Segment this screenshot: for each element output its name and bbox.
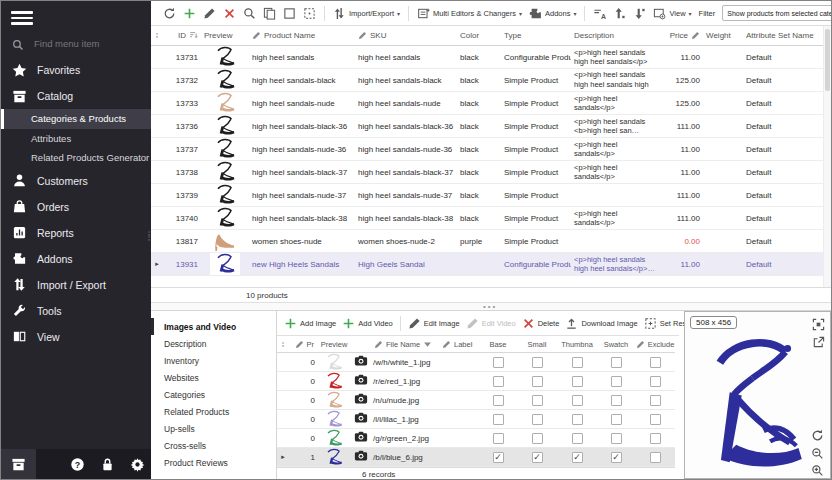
checkbox-exclude[interactable] xyxy=(650,452,661,463)
tab-websites[interactable]: Websites xyxy=(151,369,276,386)
column-header-id[interactable]: ID xyxy=(163,31,201,40)
footer-store-button[interactable] xyxy=(1,449,36,479)
tab-description[interactable]: Description xyxy=(151,335,276,352)
column-header-product-name[interactable]: Product Name xyxy=(249,31,355,40)
sort-alpha-icon[interactable]: A xyxy=(593,7,606,20)
column-header-thumbna[interactable]: Thumbna xyxy=(557,340,597,349)
table-row[interactable]: 13736high heel sandals-black-36high heel… xyxy=(151,115,823,138)
column-header-exclude[interactable]: Exclude xyxy=(635,340,675,349)
checkbox-exclude[interactable] xyxy=(650,414,661,425)
column-header-description[interactable]: Description xyxy=(571,31,659,40)
checkbox-thumbnail[interactable] xyxy=(572,433,583,444)
checkbox-swatch[interactable]: ✓ xyxy=(611,452,622,463)
edit-image-button[interactable]: Edit Image xyxy=(408,317,460,330)
row-expander[interactable]: ▸ xyxy=(151,260,163,268)
image-row[interactable]: 0/g/r/green_2.jpg xyxy=(277,429,675,448)
table-row[interactable]: 13732high heel sandals-blackhigh heel sa… xyxy=(151,69,823,92)
column-header-file-name[interactable]: File Name xyxy=(371,340,439,349)
zoom-in-icon[interactable] xyxy=(811,463,824,476)
search-products-icon[interactable] xyxy=(243,7,256,20)
image-row[interactable]: ▸1/b/l/blue_6.jpg✓✓✓✓ xyxy=(277,448,675,467)
sidebar-item-import-export[interactable]: Import / Export xyxy=(1,272,151,298)
checkbox-swatch[interactable] xyxy=(611,357,622,368)
sidebar-item-customers[interactable]: Customers xyxy=(1,168,151,194)
sidebar-subitem-categories-products[interactable]: Categories & Products xyxy=(1,109,151,129)
vertical-scrollbar[interactable] xyxy=(823,26,831,288)
checkbox-small[interactable] xyxy=(532,357,543,368)
column-header-color[interactable]: Color xyxy=(457,31,501,40)
row-expander[interactable]: ▸ xyxy=(277,453,289,461)
table-row[interactable]: 13731high heel sandalshigh heel sandalsb… xyxy=(151,46,823,69)
table-row[interactable]: 13737high heel sandals-nude-36high heel … xyxy=(151,138,823,161)
import-export-button[interactable]: Import/Export ▾ xyxy=(333,7,400,20)
column-header-type[interactable]: Type xyxy=(501,31,571,40)
move-up-icon[interactable] xyxy=(613,7,626,20)
tab-cross-sells[interactable]: Cross-sells xyxy=(151,437,276,454)
checkbox-small[interactable] xyxy=(532,433,543,444)
add-product-icon[interactable] xyxy=(183,7,196,20)
column-header-price[interactable]: Price xyxy=(659,31,703,40)
scrollbar-thumb[interactable] xyxy=(825,29,830,91)
add-image-button[interactable]: Add Image xyxy=(284,317,336,330)
footer-lock-button[interactable] xyxy=(94,449,122,479)
move-down-icon[interactable] xyxy=(633,7,646,20)
open-external-icon[interactable] xyxy=(812,335,825,348)
download-image-button[interactable]: Download Image xyxy=(565,317,637,330)
image-row[interactable]: 0/w/h/white_1.jpg xyxy=(277,353,675,372)
column-header-sku[interactable]: SKU xyxy=(355,31,457,40)
image-row[interactable]: 0/l/i/lilac_1.jpg xyxy=(277,410,675,429)
sidebar-item-view[interactable]: View xyxy=(1,324,151,350)
image-row[interactable]: 0/r/e/red_1.jpg xyxy=(277,372,675,391)
image-row[interactable]: 0/n/u/nude.jpg xyxy=(277,391,675,410)
view-button[interactable]: View ▾ xyxy=(653,7,691,20)
sidebar-item-orders[interactable]: Orders xyxy=(1,194,151,220)
fit-to-window-icon[interactable] xyxy=(812,317,825,330)
checkbox-base[interactable] xyxy=(493,357,504,368)
column-header-label[interactable]: Label xyxy=(439,340,479,349)
sidebar-item-favorites[interactable]: Favorites xyxy=(1,57,151,83)
checkbox-thumbnail[interactable] xyxy=(572,414,583,425)
copy-icon[interactable] xyxy=(263,7,276,20)
edit-product-icon[interactable] xyxy=(203,7,216,20)
column-header-pr[interactable]: Pr xyxy=(289,340,317,349)
sidebar-subitem-attributes[interactable]: Attributes xyxy=(1,129,151,149)
select-special-icon[interactable] xyxy=(303,7,316,20)
addons-button[interactable]: Addons ▾ xyxy=(529,7,576,20)
footer-help-button[interactable]: ? xyxy=(64,449,92,479)
checkbox-small[interactable] xyxy=(532,395,543,406)
sidebar-subitem-related-products-generator[interactable]: Related Products Generator xyxy=(1,148,151,168)
checkbox-base[interactable]: ✓ xyxy=(493,452,504,463)
sidebar-item-reports[interactable]: Reports xyxy=(1,220,151,246)
table-row[interactable]: 13740high heel sandals-black-38high heel… xyxy=(151,207,823,230)
select-icon[interactable] xyxy=(283,7,296,20)
checkbox-exclude[interactable] xyxy=(650,357,661,368)
tab-up-sells[interactable]: Up-sells xyxy=(151,420,276,437)
menu-toggle-icon[interactable] xyxy=(11,8,33,26)
tab-inventory[interactable]: Inventory xyxy=(151,352,276,369)
zoom-out-icon[interactable] xyxy=(811,446,824,459)
checkbox-base[interactable] xyxy=(493,376,504,387)
delete-image-button[interactable]: Delete xyxy=(522,317,560,330)
table-row[interactable]: 13739high heel sandals-nude-37high heel … xyxy=(151,184,823,207)
checkbox-exclude[interactable] xyxy=(650,376,661,387)
table-row[interactable]: 13738high heel sandals-black-37high heel… xyxy=(151,161,823,184)
tab-categories[interactable]: Categories xyxy=(151,386,276,403)
sidebar-item-addons[interactable]: Addons xyxy=(1,246,151,272)
category-filter-select[interactable]: Show products from selected categories ▾ xyxy=(722,5,832,21)
multi-editors-button[interactable]: Multi Editors & Changers ▾ xyxy=(417,7,522,20)
checkbox-thumbnail[interactable]: ✓ xyxy=(572,452,583,463)
table-row[interactable]: ▸13931new High Heels SandalsHigh Geels S… xyxy=(151,253,823,276)
column-header-base[interactable]: Base xyxy=(479,340,517,349)
sidebar-item-tools[interactable]: Tools xyxy=(1,298,151,324)
tab-product-reviews[interactable]: Product Reviews xyxy=(151,454,276,471)
column-header-weight[interactable]: Weight xyxy=(703,31,743,40)
add-video-button[interactable]: Add Video xyxy=(342,317,392,330)
reload-image-icon[interactable] xyxy=(811,428,824,441)
column-header-small[interactable]: Small xyxy=(517,340,557,349)
checkbox-exclude[interactable] xyxy=(650,433,661,444)
checkbox-exclude[interactable] xyxy=(650,395,661,406)
table-row[interactable]: 13817women shoes-nudewomen shoes-nude-2p… xyxy=(151,230,823,253)
refresh-icon[interactable] xyxy=(163,7,176,20)
tab-images-and-video[interactable]: Images and Video xyxy=(151,318,276,335)
edit-video-button[interactable]: Edit Video xyxy=(466,317,516,330)
